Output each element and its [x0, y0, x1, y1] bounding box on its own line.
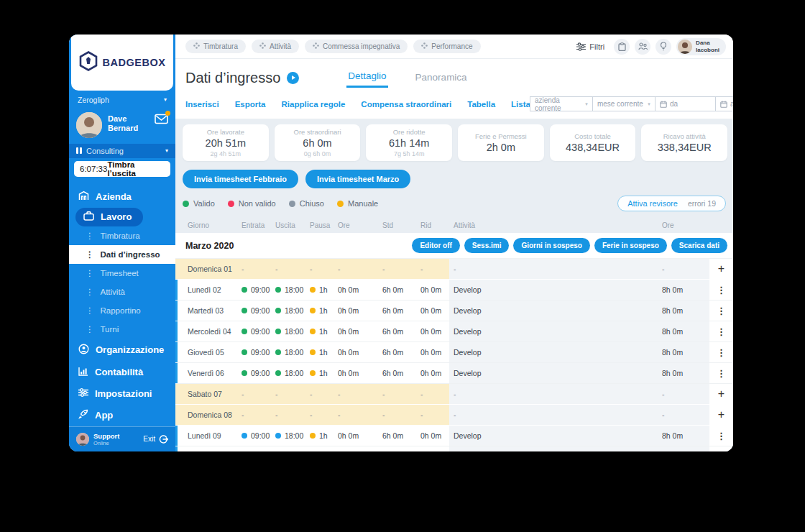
- activity-cell: Develop: [449, 342, 659, 362]
- sidebar-item-azienda[interactable]: Azienda: [69, 185, 175, 208]
- sidebar-item-contabilit[interactable]: Contabilità: [69, 362, 175, 383]
- value-cell: -: [275, 259, 310, 279]
- value-cell: 1h: [310, 342, 338, 362]
- row-menu-button[interactable]: ⋮: [709, 426, 733, 446]
- cell-text: 09:00: [251, 327, 270, 336]
- support-label[interactable]: Support: [93, 432, 119, 440]
- value-cell: 0h 0m: [338, 301, 382, 321]
- play-tutorial-button[interactable]: [287, 72, 299, 84]
- sidebar-item-timesheet[interactable]: ⋮Timesheet: [69, 264, 175, 283]
- clock-out-button[interactable]: 6:07:33 Timbra l’uscita: [74, 161, 170, 177]
- add-entry-button[interactable]: +: [709, 259, 733, 279]
- add-entry-button[interactable]: +: [709, 405, 733, 425]
- legend-item: Non valido: [228, 199, 276, 208]
- cell-text: -: [420, 390, 423, 398]
- status-dot-icon: [275, 349, 281, 355]
- month-action-button[interactable]: Sess.imi: [464, 238, 510, 253]
- filter-date-a[interactable]: a: [715, 96, 733, 111]
- month-action-button[interactable]: Scarica dati: [671, 238, 727, 253]
- row-menu-button[interactable]: ⋮: [709, 280, 733, 300]
- activity-cell: Develop: [449, 321, 659, 341]
- status-dot-icon: [275, 433, 281, 439]
- add-entry-button[interactable]: +: [709, 384, 733, 404]
- column-header: Pausa: [310, 221, 338, 229]
- sidebar-item-lavoro[interactable]: Lavoro: [75, 208, 143, 226]
- active-project-selector[interactable]: Consulting ▾: [69, 144, 175, 158]
- brand-logo[interactable]: BADGEBOX: [71, 35, 173, 91]
- filter-date-da[interactable]: da: [655, 96, 716, 111]
- value-cell: -: [338, 259, 382, 279]
- quick-nav-chip[interactable]: Performance: [413, 40, 480, 53]
- quick-nav-chip[interactable]: Attività: [252, 40, 299, 53]
- sidebar-item-label: Turni: [101, 325, 119, 334]
- filter-select-mesecorrente[interactable]: mese corrente▾: [592, 96, 656, 111]
- sidebar-item-rapportino[interactable]: ⋮Rapportino: [69, 301, 175, 320]
- sidebar-item-label: Attività: [101, 288, 126, 296]
- legend-item: Manuale: [337, 199, 378, 208]
- send-timesheet-button[interactable]: Invia timesheet Febbraio: [183, 170, 298, 188]
- row-menu-button[interactable]: ⋮: [709, 321, 733, 341]
- value-cell: 1h: [310, 280, 338, 300]
- tab-panoramica[interactable]: Panoramica: [414, 69, 469, 87]
- company-name: Zerogliph: [78, 96, 109, 104]
- sidebar-item-label: Lavoro: [101, 211, 132, 222]
- action-link-lista[interactable]: Lista: [511, 100, 530, 109]
- sidebar-item-timbratura[interactable]: ⋮Timbratura: [69, 226, 175, 245]
- action-link-esporta[interactable]: Esporta: [235, 100, 266, 109]
- avatar[interactable]: [76, 112, 102, 138]
- topbar: TimbraturaAttivitàCommessa impegnativaPe…: [175, 35, 733, 59]
- sidebar-item-organizzazione[interactable]: Organizzazione: [69, 339, 175, 362]
- account-menu[interactable]: Dana Iacoboni: [676, 38, 726, 55]
- cell-text: 0h 0m: [420, 327, 441, 336]
- nodes-icon: [313, 42, 319, 50]
- cell-text: -: [338, 390, 341, 398]
- sidebar-item-attivit[interactable]: ⋮Attività: [69, 283, 175, 301]
- notification-badge: [165, 111, 170, 116]
- chip-label: Commessa impegnativa: [323, 42, 400, 50]
- action-link-riapplicaregole[interactable]: Riapplica regole: [282, 100, 346, 109]
- value-cell: -: [242, 384, 275, 404]
- row-menu-button[interactable]: ⋮: [709, 446, 733, 451]
- send-timesheet-button[interactable]: Invia timesheet Marzo: [305, 170, 410, 188]
- page-title: Dati d’ingresso: [185, 70, 280, 86]
- idea-button[interactable]: [656, 39, 671, 55]
- sidebar-menu: AziendaLavoro⋮Timbratura⋮Dati d’ingresso…: [69, 185, 175, 426]
- cell-text: 0h 0m: [420, 348, 441, 357]
- value-cell: 18:00: [275, 280, 310, 300]
- quick-nav-chip[interactable]: Timbratura: [185, 40, 246, 53]
- row-menu-button[interactable]: ⋮: [709, 342, 733, 362]
- quick-nav-chip[interactable]: Commessa impegnativa: [305, 40, 408, 53]
- sidebar-item-datidingresso[interactable]: ⋮Dati d’ingresso: [69, 245, 175, 264]
- legend-label: Valido: [193, 199, 215, 208]
- legend-item: Chiuso: [289, 199, 324, 208]
- messages-button[interactable]: [155, 112, 168, 127]
- action-link-tabella[interactable]: Tabella: [467, 100, 495, 109]
- day-cell: Martedì 10: [175, 446, 242, 451]
- action-link-compensastraordinari[interactable]: Compensa straordinari: [361, 100, 451, 109]
- day-cell: Domenica 08: [175, 405, 242, 425]
- month-action-button[interactable]: Editor off: [412, 238, 459, 253]
- reviewer-toggle[interactable]: Attiva revisore errori 19: [617, 196, 726, 211]
- status-dot-icon: [242, 433, 247, 439]
- desktop-background: BADGEBOX Zerogliph ▾ Dave Bernard: [0, 0, 805, 532]
- user-last-name: Bernard: [108, 124, 138, 134]
- sidebar-item-app[interactable]: App: [69, 404, 175, 426]
- month-action-button[interactable]: Giorni in sospeso: [513, 238, 589, 253]
- action-link-inserisci[interactable]: Inserisci: [185, 100, 219, 109]
- clipboard-button[interactable]: [614, 39, 630, 55]
- sidebar-item-impostazioni[interactable]: Impostazioni: [69, 383, 175, 404]
- team-button[interactable]: [635, 39, 650, 55]
- filters-button[interactable]: Filtri: [576, 42, 604, 51]
- filter-select-aziendacorrente[interactable]: azienda corrente▾: [530, 96, 593, 111]
- total-hours-cell: 8h 0m: [659, 446, 709, 451]
- value-cell: 0h 0m: [420, 446, 449, 451]
- tab-dettaglio[interactable]: Dettaglio: [346, 68, 387, 88]
- company-selector[interactable]: Zerogliph ▾: [69, 91, 175, 108]
- row-menu-button[interactable]: ⋮: [709, 363, 733, 383]
- month-action-button[interactable]: Ferie in sospeso: [594, 238, 667, 253]
- sidebar-item-turni[interactable]: ⋮Turni: [69, 320, 175, 339]
- row-menu-button[interactable]: ⋮: [709, 301, 733, 321]
- exit-button[interactable]: Exit: [143, 434, 168, 444]
- cell-text: -: [242, 390, 244, 398]
- sidebar-item-label: Contabilità: [95, 367, 143, 377]
